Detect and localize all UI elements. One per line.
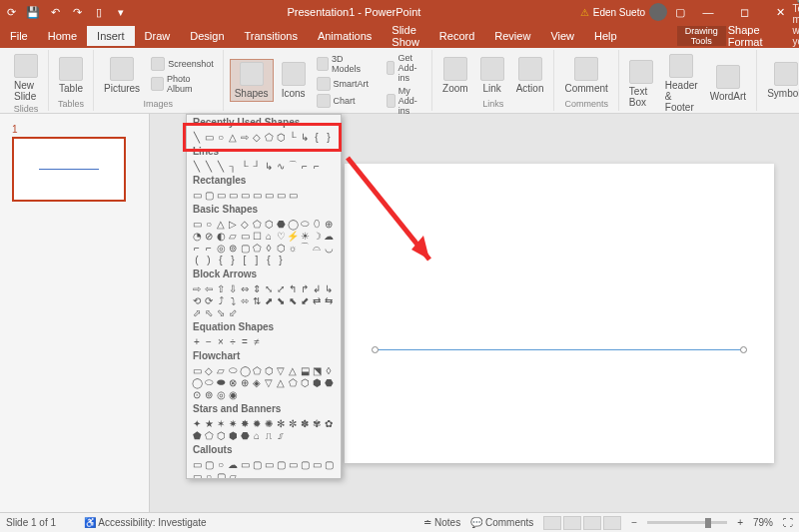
shape-item[interactable]: ✺ [263, 417, 275, 429]
shape-item[interactable]: ⬊ [275, 294, 287, 306]
shape-item[interactable]: ▱ [227, 230, 239, 242]
shape-item[interactable]: ✶ [215, 417, 227, 429]
shape-item[interactable]: ◐ [215, 230, 227, 242]
shape-item[interactable]: ✽ [299, 417, 311, 429]
shape-item[interactable]: ▭ [191, 458, 203, 470]
shape-item[interactable]: ◊ [323, 364, 335, 376]
shape-item[interactable]: ▱ [227, 470, 239, 479]
shape-item[interactable]: ☁ [323, 230, 335, 242]
shape-item[interactable]: ╲ [191, 131, 203, 143]
photo-album-button[interactable]: Photo Album [148, 73, 217, 95]
shape-item[interactable]: ▭ [239, 189, 251, 201]
shape-item[interactable]: ⬡ [275, 242, 287, 254]
shape-item[interactable]: { [215, 254, 227, 266]
shape-item[interactable]: ≠ [251, 335, 263, 347]
shape-item[interactable]: ⬭ [227, 364, 239, 376]
shape-item[interactable]: = [239, 335, 251, 347]
zoom-in-button[interactable]: + [737, 517, 743, 528]
shape-line[interactable]: ╲ [191, 160, 203, 172]
symbols-button[interactable]: Symbols [763, 60, 799, 101]
slide-thumbnail-pane[interactable]: 1 [0, 114, 150, 512]
shape-line-double-arrow[interactable]: ╲ [215, 160, 227, 172]
shape-item[interactable]: ✿ [323, 417, 335, 429]
shape-item[interactable]: [ [239, 254, 251, 266]
shape-item[interactable]: ▢ [203, 189, 215, 201]
screenshot-button[interactable]: Screenshot [148, 56, 217, 72]
shape-item[interactable]: ↳ [299, 131, 311, 143]
shape-item[interactable]: ▭ [311, 458, 323, 470]
redo-icon[interactable]: ↷ [70, 5, 84, 19]
resize-handle-right[interactable] [740, 346, 747, 353]
tab-help[interactable]: Help [584, 26, 627, 46]
shape-item[interactable]: ◇ [239, 218, 251, 230]
shape-item[interactable]: ⬠ [251, 218, 263, 230]
shape-item[interactable]: ⤡ [263, 282, 275, 294]
comment-button[interactable]: Comment [560, 55, 611, 96]
shape-item[interactable]: ☐ [251, 230, 263, 242]
shape-item[interactable]: ⬀ [191, 306, 203, 318]
shape-elbow-arrow[interactable]: └ [239, 160, 251, 172]
shape-item[interactable]: ⬠ [251, 242, 263, 254]
tab-insert[interactable]: Insert [87, 26, 135, 46]
shape-item[interactable]: ⇅ [251, 294, 263, 306]
shape-item[interactable]: ▭ [263, 189, 275, 201]
zoom-slider-thumb[interactable] [705, 518, 711, 528]
icons-button[interactable]: Icons [278, 60, 310, 101]
wordart-button[interactable]: WordArt [706, 63, 751, 104]
tab-review[interactable]: Review [484, 26, 540, 46]
shape-item[interactable]: ◊ [263, 242, 275, 254]
notes-button[interactable]: ≐ Notes [423, 517, 460, 528]
shape-item[interactable]: { [311, 131, 323, 143]
shape-item[interactable]: ⬢ [311, 376, 323, 388]
shape-line-arrow[interactable]: ╲ [203, 160, 215, 172]
shape-item[interactable]: ⊘ [203, 230, 215, 242]
shape-item[interactable]: ◇ [251, 131, 263, 143]
shape-curve-double[interactable]: ⌒ [287, 160, 299, 172]
shape-item[interactable]: ▭ [215, 189, 227, 201]
shape-item[interactable]: } [227, 254, 239, 266]
shape-item[interactable]: ⬟ [191, 429, 203, 441]
shape-item[interactable]: ▢ [323, 458, 335, 470]
slide-thumbnail-1[interactable] [12, 137, 126, 202]
shape-item[interactable]: ⇩ [227, 282, 239, 294]
tab-view[interactable]: View [540, 26, 584, 46]
shape-item[interactable]: ▭ [275, 189, 287, 201]
shape-item[interactable]: ⬡ [215, 429, 227, 441]
shape-item[interactable]: ▭ [263, 458, 275, 470]
shape-item[interactable]: ÷ [227, 335, 239, 347]
link-button[interactable]: Link [476, 55, 508, 96]
shape-item[interactable]: ◯ [239, 364, 251, 376]
sorter-view-button[interactable] [563, 516, 581, 530]
shape-item[interactable]: △ [215, 218, 227, 230]
shape-item[interactable]: ⎎ [275, 429, 287, 441]
zoom-out-button[interactable]: − [631, 517, 637, 528]
shape-item[interactable]: ✸ [239, 417, 251, 429]
shape-item[interactable]: ⬣ [275, 218, 287, 230]
shape-item[interactable]: ⇕ [251, 282, 263, 294]
user-account[interactable]: ⚠ Eden Sueto [580, 3, 667, 21]
shape-item[interactable]: ☽ [311, 230, 323, 242]
shape-item[interactable]: ⬔ [311, 364, 323, 376]
shape-item[interactable]: ⬣ [239, 429, 251, 441]
shape-item[interactable]: ▢ [251, 458, 263, 470]
shape-item[interactable]: ▭ [191, 364, 203, 376]
shape-item[interactable]: ⬠ [203, 429, 215, 441]
shape-item[interactable]: ○ [203, 470, 215, 479]
reading-view-button[interactable] [583, 516, 601, 530]
shape-item[interactable]: ⤵ [227, 294, 239, 306]
shape-item[interactable]: ★ [203, 417, 215, 429]
shape-item[interactable]: ⊕ [239, 376, 251, 388]
shape-item[interactable]: } [323, 131, 335, 143]
shape-item[interactable]: ) [203, 254, 215, 266]
shape-item[interactable]: ◇ [203, 364, 215, 376]
shape-item[interactable]: ▽ [275, 364, 287, 376]
text-box-button[interactable]: Text Box [625, 58, 657, 110]
shape-item[interactable]: ✻ [275, 417, 287, 429]
shape-item[interactable]: ⬭ [203, 376, 215, 388]
shape-item[interactable]: ⤴ [215, 294, 227, 306]
shape-item[interactable]: ↳ [323, 282, 335, 294]
shape-item[interactable]: ▭ [239, 458, 251, 470]
shape-item[interactable]: ⬯ [311, 218, 323, 230]
shape-item[interactable]: ⬓ [299, 364, 311, 376]
shape-item[interactable]: ◉ [227, 388, 239, 400]
